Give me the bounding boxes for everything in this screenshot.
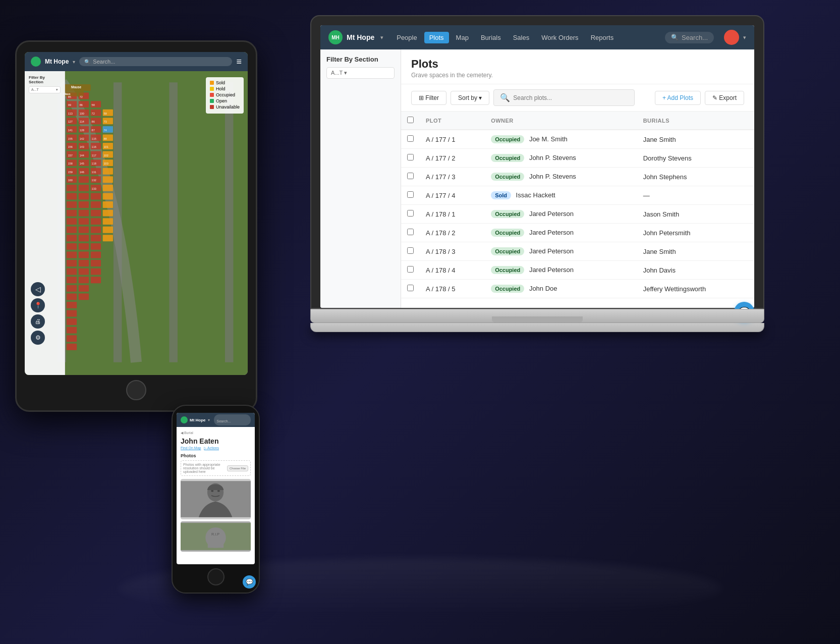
svg-rect-27 <box>67 318 77 325</box>
row-checkbox[interactable] <box>407 154 414 160</box>
phone-search-bar[interactable]: Search... <box>214 414 251 425</box>
owner-cell: Sold Issac Hackett <box>485 186 637 205</box>
plot-cell: A / 178 / 4 <box>420 261 485 280</box>
row-checkbox[interactable] <box>407 191 414 198</box>
nav-link-sales[interactable]: Sales <box>508 32 535 43</box>
svg-rect-47 <box>79 227 89 233</box>
plot-cell: A / 178 / 2 <box>420 224 485 242</box>
nav-link-people[interactable]: People <box>391 32 422 43</box>
table-row[interactable]: A / 178 / 1 Occupied Jared Peterson Jaso… <box>401 205 754 224</box>
row-checkbox[interactable] <box>407 210 414 217</box>
burial-name: John Petersmith <box>643 229 691 237</box>
svg-text:58: 58 <box>92 103 95 106</box>
phone-breadcrumb[interactable]: ◀ Burial <box>181 431 251 435</box>
svg-rect-11 <box>67 185 77 191</box>
nav-search-text: Search... <box>682 34 708 41</box>
svg-text:117: 117 <box>92 154 96 157</box>
main-toolbar: ⊞ Filter Sort by ▾ 🔍 + Add Plots ✎ Expor… <box>401 84 754 112</box>
app-body: Filter By Section A...T ▾ Plots Grave sp… <box>320 49 754 308</box>
row-checkbox[interactable] <box>407 247 414 254</box>
table-row[interactable]: A / 178 / 3 Occupied Jared Peterson Jane… <box>401 242 754 261</box>
svg-text:103: 103 <box>104 162 108 165</box>
map-settings-button[interactable]: ⚙ <box>31 331 45 345</box>
nav-chevron-icon[interactable]: ▾ <box>380 34 383 41</box>
svg-text:113: 113 <box>68 112 73 115</box>
svg-text:157: 157 <box>68 154 73 157</box>
row-checkbox[interactable] <box>407 135 414 142</box>
burials-cell: Jane Smith <box>637 242 754 261</box>
phone-home-button[interactable] <box>207 568 225 585</box>
map-location-button[interactable]: 📍 <box>31 298 45 312</box>
phone-tombstone-photo: R.I.P <box>181 521 251 552</box>
svg-rect-73 <box>91 243 101 250</box>
sort-by-button[interactable]: Sort by ▾ <box>451 91 489 105</box>
search-plots-field[interactable] <box>513 94 628 101</box>
nav-link-burials[interactable]: Burials <box>476 32 506 43</box>
svg-text:R.I.P: R.I.P <box>211 532 219 536</box>
tablet-filter-select[interactable]: A...T ▾ <box>29 86 61 93</box>
status-badge: Occupied <box>491 135 524 143</box>
table-row[interactable]: A / 178 / 4 Occupied Jared Peterson John… <box>401 261 754 280</box>
map-controls: ◁ 📍 🖨 ⚙ <box>31 282 45 345</box>
svg-text:87: 87 <box>92 129 95 132</box>
search-plots-input[interactable]: 🔍 <box>493 89 635 106</box>
table-row[interactable]: A / 178 / 5 Occupied John Doe Jeffery We… <box>401 280 754 298</box>
nav-search-bar[interactable]: 🔍 Search... <box>665 32 714 43</box>
chat-button[interactable]: 💬 <box>734 302 754 308</box>
table-row[interactable]: A / 177 / 1 Occupied Joe M. Smith Jane S… <box>401 130 754 149</box>
phone-choose-file-button[interactable]: Choose File <box>227 465 248 471</box>
svg-rect-85 <box>103 168 113 175</box>
sidebar-filter-select[interactable]: A...T ▾ <box>326 67 395 79</box>
phone-navbar: Mt Hope ▾ Search... <box>177 413 255 427</box>
legend-item-sold: Sold <box>210 80 240 85</box>
map-print-button[interactable]: 🖨 <box>31 314 45 329</box>
table-row[interactable]: A / 178 / 2 Occupied Jared Peterson John… <box>401 224 754 242</box>
tablet-filter-chevron: ▾ <box>56 88 58 92</box>
row-checkbox[interactable] <box>407 229 414 235</box>
nav-link-reports[interactable]: Reports <box>586 32 619 43</box>
svg-rect-91 <box>103 218 113 225</box>
app-sidebar: Filter By Section A...T ▾ <box>320 49 401 308</box>
col-burials: BURIALS <box>637 112 754 130</box>
nav-link-map[interactable]: Map <box>451 32 474 43</box>
tablet-search-bar[interactable]: 🔍 Search... <box>79 57 232 66</box>
svg-rect-75 <box>91 260 101 266</box>
table-row[interactable]: A / 177 / 2 Occupied John P. Stevens Dor… <box>401 149 754 168</box>
filter-button[interactable]: ⊞ Filter <box>411 91 446 105</box>
tablet-menu-icon[interactable]: ≡ <box>236 57 242 67</box>
select-all-checkbox[interactable] <box>407 117 414 123</box>
svg-rect-21 <box>67 269 77 275</box>
plot-number: A / 177 / 2 <box>426 154 456 162</box>
legend-label-hold: Hold <box>216 86 226 91</box>
laptop-screen-inner: MH Mt Hope ▾ People Plots Map Burials Sa… <box>320 25 754 308</box>
phone-find-on-map-link[interactable]: Find On Map <box>181 446 201 450</box>
tablet-nav-brand: Mt Hope <box>45 58 69 65</box>
export-button[interactable]: ✎ Export <box>705 91 744 105</box>
svg-rect-89 <box>103 201 113 208</box>
svg-rect-74 <box>91 252 101 258</box>
add-plots-button[interactable]: + Add Plots <box>655 91 701 105</box>
phone-person-photo <box>181 479 251 519</box>
tablet-home-button[interactable] <box>126 380 146 400</box>
table-row[interactable]: A / 177 / 4 Sold Issac Hackett — <box>401 186 754 205</box>
row-checkbox[interactable] <box>407 173 414 179</box>
burials-cell: Jane Smith <box>637 130 754 149</box>
table-row[interactable]: A / 177 / 3 Occupied John P. Stevens Joh… <box>401 168 754 186</box>
row-checkbox[interactable] <box>407 266 414 273</box>
burials-cell: Jason Smith <box>637 205 754 224</box>
map-prev-button[interactable]: ◁ <box>31 282 45 296</box>
phone-actions-link[interactable]: ▷ Actions <box>204 446 219 450</box>
nav-link-plots[interactable]: Plots <box>424 32 449 43</box>
status-badge: Occupied <box>491 247 524 255</box>
svg-text:72: 72 <box>80 95 83 98</box>
svg-rect-71 <box>91 227 101 233</box>
nav-avatar[interactable] <box>724 30 739 45</box>
svg-text:143: 143 <box>80 145 84 148</box>
nav-link-workorders[interactable]: Work Orders <box>536 32 583 43</box>
main-header: Plots Grave spaces in the cemetery. <box>401 49 754 84</box>
svg-rect-67 <box>91 193 101 199</box>
burial-name: Dorothy Stevens <box>643 154 692 162</box>
app-navbar: MH Mt Hope ▾ People Plots Map Burials Sa… <box>320 25 754 49</box>
row-checkbox[interactable] <box>407 285 414 291</box>
svg-text:99: 99 <box>68 103 71 106</box>
